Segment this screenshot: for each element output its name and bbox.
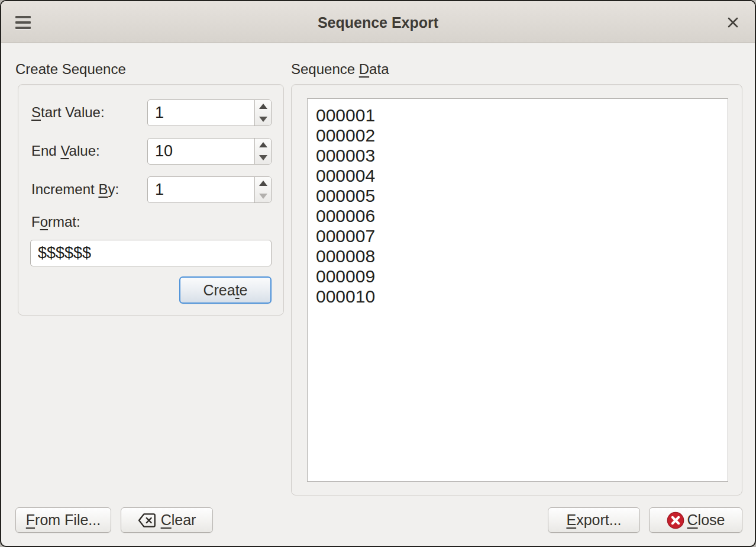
- start-value-spin-buttons: [254, 100, 271, 126]
- spin-down-button[interactable]: [255, 113, 271, 126]
- sequence-line: 000010: [316, 287, 719, 307]
- sequence-line: 000007: [316, 226, 719, 246]
- sequence-data-heading: Sequence Data: [291, 61, 389, 78]
- close-error-icon: [667, 511, 684, 529]
- sequence-line: 000005: [316, 186, 719, 206]
- spin-down-button[interactable]: [255, 152, 271, 165]
- start-value-spinbox: [147, 99, 272, 126]
- arrow-down-icon: [259, 117, 267, 122]
- sequence-export-dialog: Sequence Export Create Sequence Start Va…: [0, 0, 756, 547]
- start-value-label: Start Value:: [31, 104, 105, 121]
- sequence-data-textarea[interactable]: 000001 000002 000003 000004 000005 00000…: [307, 98, 728, 482]
- arrow-up-icon: [259, 104, 267, 109]
- spin-up-button[interactable]: [255, 177, 271, 190]
- create-sequence-heading: Create Sequence: [15, 61, 126, 78]
- increment-by-spin-buttons: [254, 177, 271, 202]
- end-value-spin-buttons: [254, 139, 271, 164]
- window-close-button[interactable]: [725, 15, 741, 30]
- increment-by-input[interactable]: [148, 177, 254, 202]
- clear-button-label: Clear: [161, 511, 196, 529]
- end-value-input[interactable]: [148, 139, 254, 164]
- create-sequence-groupbox: Start Value: End Value: Increment By:: [18, 84, 284, 316]
- from-file-button-label: From File...: [26, 511, 101, 529]
- increment-by-label: Increment By:: [31, 181, 119, 198]
- sequence-data-groupbox: 000001 000002 000003 000004 000005 00000…: [291, 84, 742, 495]
- export-button[interactable]: Export...: [548, 507, 640, 533]
- create-button[interactable]: Create: [179, 276, 272, 304]
- sequence-line: 000001: [316, 105, 719, 126]
- end-value-label: End Value:: [31, 143, 100, 159]
- sequence-line: 000006: [316, 206, 719, 226]
- sequence-line: 000009: [316, 266, 719, 287]
- sequence-line: 000002: [316, 126, 719, 146]
- spin-down-button-disabled: [255, 190, 271, 203]
- arrow-down-icon: [259, 155, 267, 160]
- arrow-down-icon: [259, 194, 267, 199]
- end-value-spinbox: [147, 138, 272, 165]
- increment-by-spinbox: [147, 176, 272, 203]
- sequence-line: 000004: [316, 166, 719, 186]
- create-button-label: Create: [203, 282, 247, 299]
- spin-up-button[interactable]: [255, 100, 271, 113]
- close-icon: [726, 17, 739, 28]
- export-button-label: Export...: [566, 511, 621, 529]
- arrow-up-icon: [259, 142, 267, 147]
- window-title: Sequence Export: [1, 14, 755, 31]
- close-button-label: Close: [687, 511, 725, 529]
- clear-button[interactable]: Clear: [121, 507, 213, 533]
- from-file-button[interactable]: From File...: [15, 507, 111, 533]
- sequence-line: 000003: [316, 146, 719, 166]
- close-button[interactable]: Close: [649, 507, 742, 533]
- format-input[interactable]: [30, 240, 272, 266]
- format-label: oFormat:: [31, 214, 80, 230]
- titlebar: Sequence Export: [1, 1, 755, 43]
- backspace-icon: [138, 513, 156, 528]
- sequence-line: 000008: [316, 246, 719, 266]
- arrow-up-icon: [259, 181, 267, 186]
- start-value-input[interactable]: [148, 100, 254, 126]
- spin-up-button[interactable]: [255, 139, 271, 152]
